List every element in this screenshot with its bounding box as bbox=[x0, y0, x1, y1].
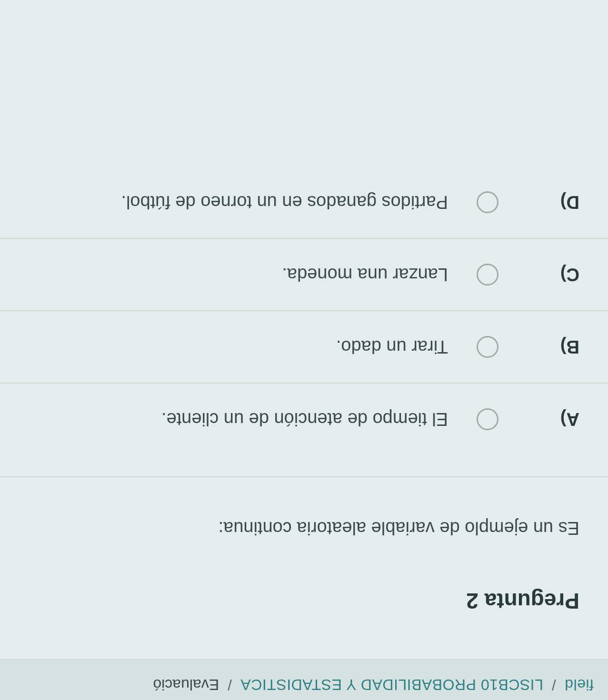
option-row-b[interactable]: B) Tirar un dado. bbox=[29, 311, 579, 383]
page-rotated-wrapper: field / LISCB10 PROBABILIDAD Y ESTADISTI… bbox=[0, 0, 608, 700]
breadcrumb-course-link[interactable]: LISCB10 PROBABILIDAD Y ESTADISTICA bbox=[240, 676, 543, 693]
option-text: Lanzar una moneda. bbox=[29, 265, 448, 285]
question-title: Pregunta 2 bbox=[29, 588, 579, 614]
divider bbox=[0, 238, 608, 239]
option-row-c[interactable]: C) Lanzar una moneda. bbox=[29, 239, 579, 310]
divider bbox=[0, 476, 608, 477]
option-letter: C) bbox=[498, 265, 579, 285]
breadcrumb-field[interactable]: field bbox=[565, 676, 594, 693]
option-row-d[interactable]: D) Partidos ganados en un torneo de fútb… bbox=[29, 167, 579, 238]
question-prompt: Es un ejemplo de variable aleatoria cont… bbox=[29, 518, 579, 538]
breadcrumb-current: Evaluació bbox=[153, 676, 219, 693]
options-list: A) El tiempo de atención de un cliente. … bbox=[29, 167, 579, 455]
option-letter: A) bbox=[498, 409, 579, 430]
radio-icon[interactable] bbox=[477, 191, 498, 213]
option-letter: B) bbox=[498, 337, 579, 357]
breadcrumb-separator: / bbox=[228, 676, 232, 693]
breadcrumb-separator: / bbox=[552, 676, 556, 693]
divider bbox=[0, 383, 608, 384]
option-row-a[interactable]: A) El tiempo de atención de un cliente. bbox=[29, 384, 579, 455]
option-letter: D) bbox=[498, 192, 579, 213]
radio-icon[interactable] bbox=[477, 264, 498, 286]
option-text: El tiempo de atención de un cliente. bbox=[29, 409, 448, 430]
radio-icon[interactable] bbox=[477, 408, 498, 430]
divider bbox=[0, 310, 608, 311]
option-text: Tirar un dado. bbox=[29, 337, 448, 357]
option-text: Partidos ganados en un torneo de fútbol. bbox=[29, 192, 448, 213]
breadcrumb: field / LISCB10 PROBABILIDAD Y ESTADISTI… bbox=[0, 659, 608, 700]
radio-icon[interactable] bbox=[477, 336, 498, 358]
question-content: Pregunta 2 Es un ejemplo de variable ale… bbox=[0, 0, 608, 659]
